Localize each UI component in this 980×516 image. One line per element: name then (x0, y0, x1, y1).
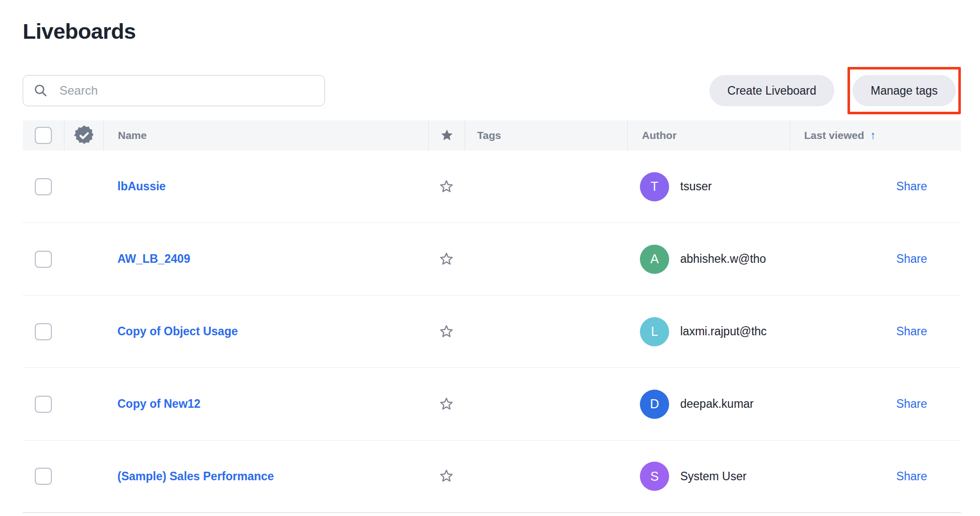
table-row: (Sample) Sales Performance S System User… (23, 440, 961, 513)
favorite-star-icon[interactable] (438, 468, 454, 484)
toolbar-buttons: Create Liveboard Manage tags (709, 67, 961, 114)
author-avatar: S (640, 462, 669, 491)
column-header-tags[interactable]: Tags (477, 129, 501, 141)
liveboard-name-link[interactable]: lbAussie (117, 180, 166, 193)
select-all-checkbox[interactable] (35, 127, 52, 144)
toolbar: Create Liveboard Manage tags (23, 67, 961, 114)
author-avatar: D (640, 390, 669, 419)
favorite-star-icon[interactable] (438, 396, 454, 412)
row-checkbox[interactable] (35, 468, 52, 485)
column-header-name[interactable]: Name (118, 129, 147, 141)
verified-badge-icon (73, 124, 96, 147)
table-header-row: Name Tags Author Last viewed ↑ (23, 120, 961, 151)
author-avatar: L (640, 317, 669, 346)
row-checkbox[interactable] (35, 323, 52, 340)
liveboards-page: Liveboards Create Liveboard Manage tags (0, 0, 980, 513)
table-row: AW_LB_2409 A abhishek.w@tho Share (23, 223, 961, 296)
share-link[interactable]: Share (896, 325, 927, 338)
author-name: abhishek.w@tho (680, 252, 766, 266)
author-cell: D deepak.kumar (627, 390, 790, 419)
favorite-star-icon[interactable] (438, 251, 454, 267)
favorite-column-star-icon (439, 128, 454, 143)
liveboards-table: Name Tags Author Last viewed ↑ lbAussie (23, 120, 961, 513)
table-row: lbAussie T tsuser Share (23, 151, 961, 223)
liveboard-name-link[interactable]: (Sample) Sales Performance (117, 470, 274, 483)
share-link[interactable]: Share (896, 470, 927, 483)
liveboard-name-link[interactable]: Copy of Object Usage (117, 325, 238, 338)
sort-ascending-icon[interactable]: ↑ (870, 129, 876, 142)
liveboard-name-link[interactable]: Copy of New12 (117, 397, 201, 410)
page-title: Liveboards (23, 18, 961, 44)
author-name: laxmi.rajput@thc (680, 325, 767, 338)
author-cell: T tsuser (627, 172, 790, 201)
share-link[interactable]: Share (896, 397, 927, 411)
manage-tags-button[interactable]: Manage tags (853, 75, 956, 106)
search-box[interactable] (23, 75, 325, 106)
row-checkbox[interactable] (35, 178, 52, 195)
author-name: deepak.kumar (680, 397, 754, 411)
favorite-star-icon[interactable] (438, 324, 454, 340)
author-name: tsuser (680, 180, 712, 193)
search-input[interactable] (59, 84, 314, 98)
author-cell: L laxmi.rajput@thc (627, 317, 790, 346)
author-name: System User (680, 470, 747, 483)
liveboard-name-link[interactable]: AW_LB_2409 (117, 252, 190, 265)
row-checkbox[interactable] (35, 251, 52, 268)
column-header-last-viewed[interactable]: Last viewed (804, 129, 864, 141)
author-cell: S System User (627, 462, 790, 491)
author-avatar: A (640, 245, 669, 274)
share-link[interactable]: Share (896, 252, 927, 266)
row-checkbox[interactable] (35, 396, 52, 413)
author-cell: A abhishek.w@tho (627, 245, 790, 274)
search-icon (33, 83, 48, 98)
table-row: Copy of Object Usage L laxmi.rajput@thc … (23, 296, 961, 368)
table-row: Copy of New12 D deepak.kumar Share (23, 368, 961, 440)
favorite-star-icon[interactable] (438, 179, 454, 195)
manage-tags-highlight-annotation: Manage tags (847, 67, 961, 114)
column-header-author[interactable]: Author (642, 129, 677, 141)
create-liveboard-button[interactable]: Create Liveboard (709, 75, 834, 106)
share-link[interactable]: Share (896, 180, 927, 193)
author-avatar: T (640, 172, 669, 201)
